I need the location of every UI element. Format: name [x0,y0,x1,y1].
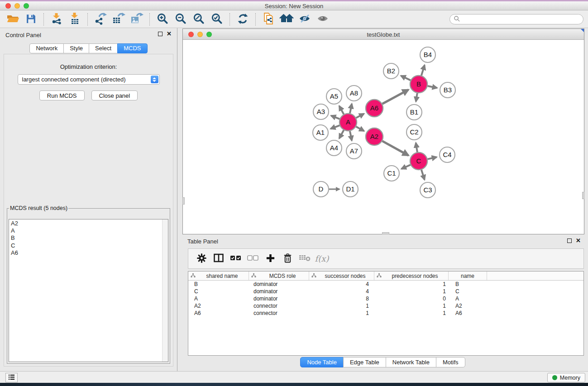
table-cell[interactable]: 1 [374,281,449,287]
float-panel-icon[interactable] [567,238,572,243]
function-builder-button[interactable]: f(x) [313,251,330,267]
column-header[interactable]: successor nodes [309,272,374,280]
table-cell[interactable]: 8 [309,295,374,302]
table-cell[interactable]: A2 [188,303,249,309]
close-panel-icon[interactable]: ✕ [167,32,172,36]
table-cell[interactable]: A2 [449,303,487,309]
refresh-button[interactable] [234,12,252,27]
graph-edge-B-B1[interactable] [416,93,417,102]
graph-edge-B-B2[interactable] [401,76,411,80]
column-header[interactable]: MCDS role [249,272,309,280]
graph-edge-C-C2[interactable] [416,143,417,152]
export-table-button[interactable] [110,12,128,27]
open-session-button[interactable] [4,12,22,27]
graph-edge-B-B4[interactable] [421,65,425,76]
clone-network-button[interactable] [259,12,277,27]
memory-button[interactable]: Memory [547,373,585,382]
table-cell[interactable]: connector [249,310,309,316]
column-header[interactable]: predecessor nodes [374,272,449,280]
export-image-button[interactable] [128,12,146,27]
network-canvas[interactable]: AA6A2BCA5A8A3A1A4A7B2B4B3B1C2C4C1C3DD1 [183,40,584,234]
splitter-grip[interactable] [182,197,185,205]
column-header[interactable]: name [449,272,487,280]
graph-edge-B-B3[interactable] [428,86,437,88]
graph-edge-C-C3[interactable] [421,170,425,180]
table-row[interactable]: Bdominator41B [188,281,583,288]
table-cell[interactable]: C [188,288,249,295]
table-cell[interactable]: B [188,281,249,287]
table-cell[interactable]: A [188,295,249,302]
hide-selected-button[interactable] [296,12,314,27]
table-cell[interactable]: 1 [309,303,374,309]
table-row[interactable]: Adominator80A [188,295,583,302]
run-mcds-button[interactable]: Run MCDS [39,91,85,100]
table-row[interactable]: A2connector11A2 [188,302,583,310]
table-cell[interactable]: 1 [374,288,449,295]
network-window-titlebar[interactable]: testGlobe.txt [183,29,584,40]
table-cell[interactable]: C [449,288,487,295]
zoom-fit-button[interactable] [190,12,208,27]
deselect-all-button[interactable] [244,251,262,267]
graph-edge-A2-C[interactable] [382,141,409,156]
table-cell[interactable]: 1 [374,303,449,309]
close-panel-button[interactable]: Close panel [91,91,138,100]
table-cell[interactable]: dominator [249,295,309,302]
graph-edge-C-C1[interactable] [402,165,411,169]
graph-edge-A-A5[interactable] [339,106,344,114]
graph-edge-A-A3[interactable] [331,116,339,119]
network-view-window[interactable]: testGlobe.txt AA6A2BCA5A8A3A1A4A7B2B4B3B… [182,29,584,234]
graph-edge-C-C4[interactable] [428,157,437,159]
add-entry-button[interactable] [262,251,279,267]
table-cell[interactable]: A6 [188,310,249,316]
criterion-select[interactable]: largest connected component (directed) [18,74,160,85]
export-network-button[interactable] [91,12,110,27]
column-header[interactable]: shared name [188,272,249,280]
tab-motifs[interactable]: Motifs [436,357,465,367]
graph-edge-A-A7[interactable] [350,131,352,141]
mcds-result-item[interactable]: A2 [11,220,168,227]
mcds-result-list[interactable]: A2ABCA6 [9,219,168,362]
float-panel-icon[interactable] [158,32,163,36]
zoom-in-button[interactable] [153,12,172,27]
tab-network-table[interactable]: Network Table [386,357,436,367]
app-titlebar[interactable]: Session: New Session [0,1,588,10]
search-input[interactable] [449,14,583,24]
save-session-button[interactable] [22,12,40,27]
table-cell[interactable]: A [449,295,487,302]
home-views-button[interactable] [277,12,296,27]
tab-mcds[interactable]: MCDS [117,43,147,53]
tab-select[interactable]: Select [89,43,118,53]
import-network-button[interactable] [48,12,66,27]
mcds-result-item[interactable]: A6 [11,249,168,257]
table-row[interactable]: Cdominator41C [188,288,583,295]
mcds-result-item[interactable]: A [11,227,168,234]
close-panel-icon[interactable]: ✕ [576,238,581,243]
table-settings-button[interactable] [193,251,210,267]
table-cell[interactable]: B [449,281,487,287]
table-cell[interactable]: dominator [249,281,309,287]
graph-edge-A-A6[interactable] [356,114,364,118]
table-cell[interactable]: dominator [249,288,309,295]
zoom-out-button[interactable] [172,12,190,27]
graph-edge-A6-B[interactable] [382,90,409,104]
graph-edge-A-A1[interactable] [330,125,339,129]
task-history-button[interactable] [5,373,18,382]
table-row[interactable]: A6connector11A6 [188,310,583,317]
zoom-selected-button[interactable] [208,12,226,27]
table-cell[interactable]: connector [249,303,309,309]
table-cell[interactable]: 4 [309,281,374,287]
clear-table-button[interactable] [296,251,313,267]
mcds-result-item[interactable]: C [11,242,168,249]
show-all-button[interactable] [314,12,332,27]
split-panel-button[interactable] [210,251,227,267]
delete-entry-button[interactable] [279,251,296,267]
tab-node-table[interactable]: Node Table [300,357,344,367]
select-all-button[interactable] [227,251,244,267]
tab-edge-table[interactable]: Edge Table [343,357,386,367]
mcds-result-item[interactable]: B [11,234,168,242]
splitter-grip[interactable] [582,192,584,199]
table-cell[interactable]: A6 [449,310,487,316]
table-cell[interactable]: 1 [374,310,449,316]
scrollbar-track[interactable] [162,219,168,362]
import-table-button[interactable] [66,12,84,27]
